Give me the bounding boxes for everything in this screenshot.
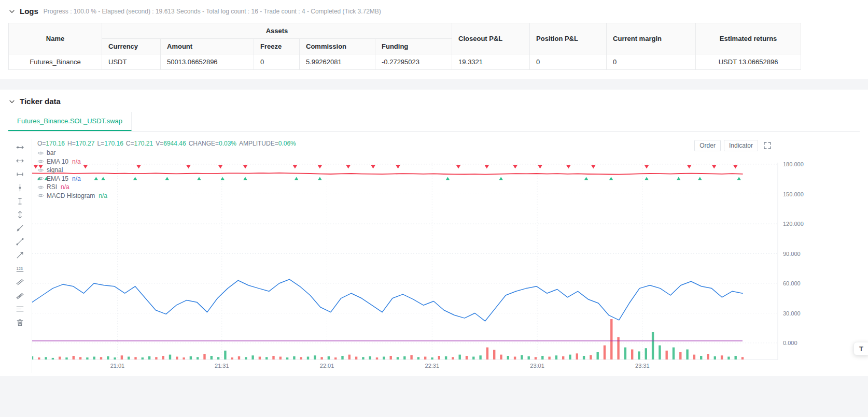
svg-text:22:31: 22:31 [425, 363, 440, 369]
logs-title: Logs [20, 7, 38, 16]
indicator-button[interactable]: Indicator [724, 140, 758, 151]
chevron-down-icon[interactable] [8, 8, 16, 15]
fibonacci-retracement-icon[interactable] [16, 305, 24, 313]
column-header-amount: Amount [161, 39, 254, 54]
parallel-lines-icon[interactable] [16, 278, 24, 286]
chart-actions: Order Indicator [694, 140, 772, 151]
svg-text:123: 123 [17, 266, 23, 271]
segment-icon[interactable] [16, 237, 24, 246]
ticker-header: Ticker data [8, 97, 860, 106]
eye-icon[interactable] [37, 175, 44, 182]
chart-area: 123 180.000150.000120.00090.00060.00030.… [8, 139, 860, 373]
column-header-closeout-pnl: Closeout P&L [452, 23, 530, 54]
trend-line-icon[interactable] [16, 251, 24, 260]
logs-progress-summary: Progress : 100.0 % - Elapsed (second) : … [44, 8, 381, 15]
ticker-title: Ticker data [20, 97, 61, 106]
column-header-current-margin: Current margin [607, 23, 696, 54]
price-channel-icon[interactable] [16, 291, 24, 300]
chart-legend: O=170.16H=170.27L=170.16C=170.21V=6944.4… [37, 140, 299, 200]
logs-header: Logs Progress : 100.0 % - Elapsed (secon… [8, 7, 860, 16]
tab-futures-binance-sol-usdt-swap[interactable]: Futures_Binance.SOL_USDT.swap [8, 112, 132, 131]
horizontal-ray-icon[interactable] [16, 143, 24, 152]
svg-text:22:01: 22:01 [320, 363, 334, 369]
cell-name: Futures_Binance [9, 54, 102, 70]
delete-tool-icon[interactable] [16, 318, 24, 327]
cell-amount: 50013.06652896 [161, 54, 254, 70]
table-row: Futures_Binance USDT 50013.06652896 0 5.… [9, 54, 801, 70]
chevron-down-icon[interactable] [8, 98, 16, 105]
indicator-row: RSIn/a [37, 183, 299, 192]
kline-chart: 180.000150.000120.00090.00060.00030.0000… [32, 139, 810, 373]
eye-icon[interactable] [37, 184, 44, 191]
eye-icon[interactable] [37, 167, 44, 174]
drawing-toolbar: 123 [8, 139, 32, 373]
svg-text:90.000: 90.000 [783, 251, 801, 257]
price-text-icon[interactable]: 123 [16, 264, 24, 273]
vertical-line-icon[interactable] [16, 183, 24, 192]
eye-icon[interactable] [37, 158, 44, 165]
column-header-funding: Funding [375, 39, 452, 54]
svg-text:30.000: 30.000 [783, 310, 801, 317]
assets-table: Name Assets Closeout P&L Position P&L Cu… [8, 23, 801, 70]
cell-commission: 5.99262081 [300, 54, 375, 70]
horizontal-line-icon[interactable] [16, 156, 24, 165]
ray-line-icon[interactable] [16, 224, 24, 233]
column-header-position-pnl: Position P&L [530, 23, 607, 54]
cell-closeout-pnl: 19.3321 [452, 54, 530, 70]
svg-text:0.000: 0.000 [783, 340, 797, 346]
cell-position-pnl: 0 [530, 54, 607, 70]
indicator-row: bar [37, 149, 299, 157]
floating-typography-button[interactable]: T [853, 342, 868, 355]
tabs-bar: Futures_Binance.SOL_USDT.swap [8, 112, 860, 132]
indicator-row: EMA 10n/a [37, 157, 299, 166]
column-header-freeze: Freeze [254, 39, 300, 54]
column-header-name: Name [9, 23, 102, 54]
svg-text:180.000: 180.000 [783, 161, 804, 167]
cell-currency: USDT [102, 54, 161, 70]
indicator-row: EMA 15n/a [37, 175, 299, 183]
eye-icon[interactable] [37, 150, 44, 156]
cell-funding: -0.27295023 [375, 54, 452, 70]
svg-text:120.000: 120.000 [783, 221, 804, 227]
cell-current-margin: 0 [607, 54, 696, 70]
horizontal-segment-icon[interactable] [16, 170, 24, 179]
column-header-estimated-returns: Estimated returns [696, 23, 801, 54]
column-header-assets: Assets [102, 23, 452, 39]
cell-estimated-returns: USDT 13.06652896 [696, 54, 801, 70]
cell-freeze: 0 [254, 54, 300, 70]
svg-text:21:31: 21:31 [215, 363, 229, 369]
svg-text:23:31: 23:31 [635, 363, 650, 369]
indicator-row: MACD Histogramn/a [37, 192, 299, 200]
svg-text:150.000: 150.000 [783, 191, 804, 197]
column-header-commission: Commission [300, 39, 375, 54]
svg-text:21:01: 21:01 [110, 363, 125, 369]
svg-text:60.000: 60.000 [783, 280, 801, 286]
logs-panel: Logs Progress : 100.0 % - Elapsed (secon… [0, 0, 868, 79]
svg-text:23:01: 23:01 [530, 363, 544, 369]
vertical-segment-icon[interactable] [16, 197, 24, 206]
indicator-row: signal [37, 166, 299, 175]
eye-icon[interactable] [37, 192, 44, 199]
order-button[interactable]: Order [694, 140, 721, 151]
vertical-ray-icon[interactable] [16, 210, 24, 219]
column-header-currency: Currency [102, 39, 161, 54]
fullscreen-icon[interactable] [763, 141, 772, 150]
ticker-panel: Ticker data Futures_Binance.SOL_USDT.swa… [0, 90, 868, 376]
